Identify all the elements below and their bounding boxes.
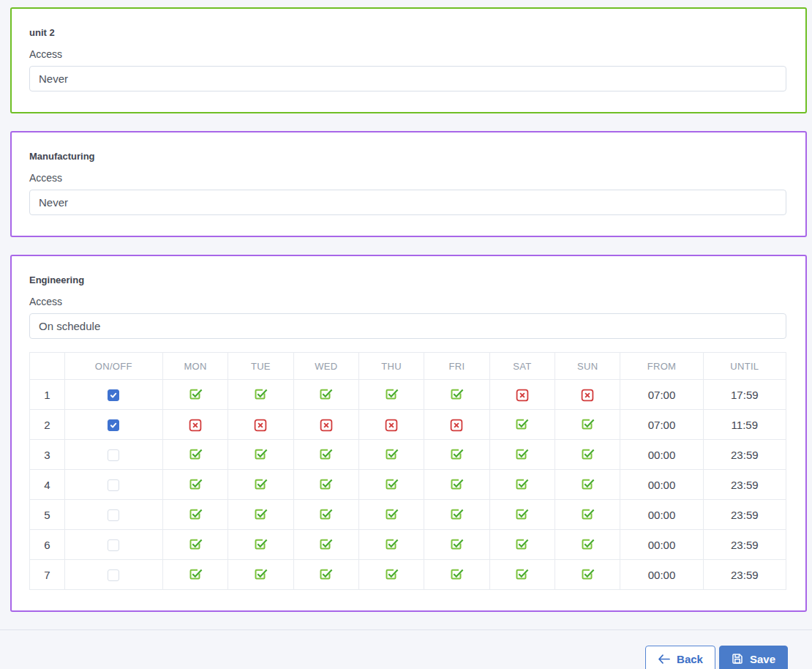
day-enabled-icon[interactable] — [384, 477, 399, 492]
until-time[interactable]: 23:59 — [703, 440, 786, 470]
access-label: Access — [29, 48, 786, 60]
day-enabled-icon[interactable] — [514, 447, 530, 462]
day-enabled-icon[interactable] — [384, 507, 399, 522]
from-time[interactable]: 00:00 — [620, 470, 703, 500]
back-button[interactable]: Back — [645, 646, 715, 669]
day-cell — [358, 380, 424, 410]
day-enabled-icon[interactable] — [580, 417, 595, 432]
schedule-row: 300:0023:59 — [30, 440, 786, 470]
header-row-number — [30, 353, 65, 380]
day-enabled-icon[interactable] — [253, 537, 268, 552]
day-enabled-icon[interactable] — [253, 387, 268, 402]
day-cell — [228, 380, 293, 410]
day-enabled-icon[interactable] — [449, 387, 465, 402]
onoff-cell — [64, 470, 162, 500]
until-time[interactable]: 23:59 — [703, 500, 786, 530]
from-time[interactable]: 07:00 — [620, 410, 703, 440]
day-cell — [162, 470, 228, 500]
onoff-checkbox-checked[interactable] — [108, 419, 119, 431]
schedule-body: 107:0017:59207:0011:59300:0023:59400:002… — [30, 380, 786, 590]
access-select-unit-2[interactable]: Never — [29, 66, 786, 91]
onoff-checkbox-unchecked[interactable] — [108, 509, 119, 521]
day-enabled-icon[interactable] — [253, 567, 268, 582]
until-time[interactable]: 23:59 — [703, 560, 786, 590]
save-button[interactable]: Save — [719, 646, 788, 669]
day-cell — [162, 530, 228, 560]
from-time[interactable]: 00:00 — [620, 530, 703, 560]
day-enabled-icon[interactable] — [188, 447, 203, 462]
day-enabled-icon[interactable] — [514, 537, 530, 552]
day-cell — [489, 410, 555, 440]
access-select-manufacturing[interactable]: Never — [29, 190, 786, 215]
day-disabled-icon[interactable] — [516, 389, 529, 402]
onoff-cell — [64, 410, 162, 440]
day-enabled-icon[interactable] — [449, 507, 465, 522]
day-cell — [228, 560, 293, 590]
day-enabled-icon[interactable] — [318, 567, 334, 582]
day-disabled-icon[interactable] — [320, 419, 333, 432]
day-enabled-icon[interactable] — [384, 537, 399, 552]
day-disabled-icon[interactable] — [254, 419, 267, 432]
from-time[interactable]: 07:00 — [620, 380, 703, 410]
from-time[interactable]: 00:00 — [620, 500, 703, 530]
day-disabled-icon[interactable] — [450, 419, 463, 432]
day-disabled-icon[interactable] — [189, 419, 202, 432]
row-number: 1 — [30, 380, 65, 410]
day-enabled-icon[interactable] — [580, 507, 595, 522]
until-time[interactable]: 23:59 — [703, 470, 786, 500]
day-enabled-icon[interactable] — [188, 387, 203, 402]
onoff-checkbox-checked[interactable] — [108, 389, 119, 401]
day-cell — [293, 440, 358, 470]
day-enabled-icon[interactable] — [580, 447, 595, 462]
until-time[interactable]: 17:59 — [703, 380, 786, 410]
day-enabled-icon[interactable] — [188, 537, 203, 552]
day-cell — [489, 530, 555, 560]
card-title: Engineering — [29, 274, 786, 285]
day-enabled-icon[interactable] — [318, 537, 334, 552]
day-enabled-icon[interactable] — [253, 447, 268, 462]
day-enabled-icon[interactable] — [253, 507, 268, 522]
day-enabled-icon[interactable] — [580, 537, 595, 552]
day-enabled-icon[interactable] — [384, 567, 399, 582]
until-time[interactable]: 23:59 — [703, 530, 786, 560]
day-enabled-icon[interactable] — [318, 477, 334, 492]
day-enabled-icon[interactable] — [188, 567, 203, 582]
from-time[interactable]: 00:00 — [620, 440, 703, 470]
day-cell — [424, 500, 489, 530]
day-cell — [489, 560, 555, 590]
day-enabled-icon[interactable] — [580, 567, 595, 582]
day-enabled-icon[interactable] — [384, 447, 399, 462]
onoff-checkbox-unchecked[interactable] — [108, 539, 119, 551]
day-enabled-icon[interactable] — [514, 417, 530, 432]
day-enabled-icon[interactable] — [514, 567, 530, 582]
day-enabled-icon[interactable] — [384, 387, 399, 402]
day-enabled-icon[interactable] — [449, 477, 465, 492]
onoff-checkbox-unchecked[interactable] — [108, 569, 119, 581]
until-time[interactable]: 11:59 — [703, 410, 786, 440]
day-enabled-icon[interactable] — [318, 387, 334, 402]
day-enabled-icon[interactable] — [188, 477, 203, 492]
day-cell — [162, 500, 228, 530]
day-cell — [228, 440, 293, 470]
day-cell — [358, 530, 424, 560]
day-enabled-icon[interactable] — [449, 567, 465, 582]
day-enabled-icon[interactable] — [318, 507, 334, 522]
save-icon — [732, 653, 743, 665]
header-onoff: ON/OFF — [64, 353, 162, 380]
day-enabled-icon[interactable] — [580, 477, 595, 492]
access-select-engineering[interactable]: On schedule — [29, 313, 786, 339]
day-enabled-icon[interactable] — [449, 537, 465, 552]
day-enabled-icon[interactable] — [514, 507, 530, 522]
access-value: Never — [39, 72, 68, 85]
day-disabled-icon[interactable] — [581, 389, 594, 402]
day-enabled-icon[interactable] — [188, 507, 203, 522]
day-enabled-icon[interactable] — [514, 477, 530, 492]
day-cell — [228, 500, 293, 530]
onoff-checkbox-unchecked[interactable] — [108, 449, 119, 461]
day-enabled-icon[interactable] — [449, 447, 465, 462]
day-enabled-icon[interactable] — [318, 447, 334, 462]
onoff-checkbox-unchecked[interactable] — [108, 479, 119, 491]
day-enabled-icon[interactable] — [253, 477, 268, 492]
from-time[interactable]: 00:00 — [620, 560, 703, 590]
day-disabled-icon[interactable] — [385, 419, 398, 432]
